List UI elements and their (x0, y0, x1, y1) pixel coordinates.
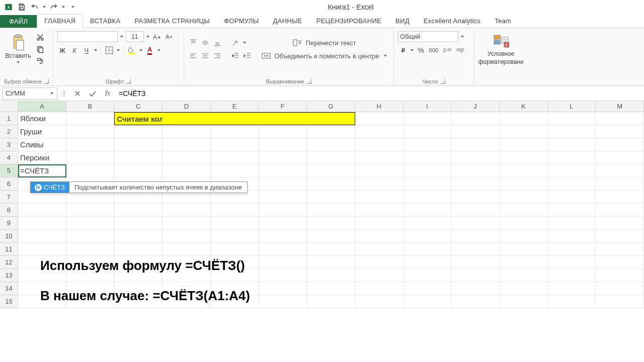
cell-H3[interactable] (355, 138, 404, 151)
clipboard-dialog-launcher[interactable] (44, 79, 49, 84)
cell-F15[interactable] (259, 295, 307, 308)
cell-F6[interactable] (259, 177, 307, 191)
cell-H10[interactable] (355, 230, 404, 243)
cell-H15[interactable] (355, 295, 404, 308)
cell-M9[interactable] (596, 217, 644, 230)
cell-B1[interactable] (66, 112, 115, 125)
cell-K8[interactable] (500, 204, 548, 217)
row-header-6[interactable]: 6 (0, 177, 18, 191)
cell-J12[interactable] (451, 256, 500, 269)
cell-K11[interactable] (500, 243, 548, 256)
cell-D8[interactable] (163, 204, 211, 217)
cell-M8[interactable] (596, 204, 644, 217)
cell-E11[interactable] (211, 243, 259, 256)
cell-G6[interactable] (307, 177, 355, 191)
cell-I12[interactable] (404, 256, 452, 269)
cell-F12[interactable] (259, 256, 307, 269)
increase-indent-icon[interactable] (243, 51, 253, 61)
cell-C10[interactable] (114, 230, 163, 243)
cell-D2[interactable] (163, 125, 211, 138)
cell-K7[interactable] (500, 191, 548, 204)
cell-M12[interactable] (596, 256, 644, 269)
col-header-I[interactable]: I (404, 101, 452, 112)
cell-E4[interactable] (211, 151, 259, 164)
cell-K2[interactable] (500, 125, 548, 138)
cell-J9[interactable] (451, 217, 500, 230)
number-format-combo[interactable] (398, 31, 458, 42)
cell-B4[interactable] (66, 151, 115, 164)
cell-L10[interactable] (548, 230, 596, 243)
col-header-J[interactable]: J (451, 101, 500, 112)
tab-view[interactable]: ВИД (388, 15, 417, 28)
tooltip-function-name[interactable]: fx СЧЁТЗ (30, 182, 69, 193)
align-left-icon[interactable] (188, 51, 198, 61)
italic-button[interactable]: К (69, 45, 79, 55)
cell-I4[interactable] (404, 151, 452, 164)
cell-D4[interactable] (163, 151, 211, 164)
select-all-corner[interactable] (0, 101, 18, 112)
cell-I3[interactable] (404, 138, 452, 151)
row-header-3[interactable]: 3 (0, 138, 18, 151)
cell-L7[interactable] (548, 191, 596, 204)
cell-M11[interactable] (596, 243, 644, 256)
fill-color-icon[interactable] (127, 45, 137, 55)
cell-G3[interactable] (307, 138, 355, 151)
cell-A8[interactable] (18, 204, 66, 217)
cell-L5[interactable] (548, 164, 596, 177)
formula-input[interactable] (116, 87, 642, 100)
cell-F11[interactable] (259, 243, 307, 256)
cell-M5[interactable] (596, 164, 644, 177)
cell-A11[interactable] (18, 243, 66, 256)
cell-G4[interactable] (307, 151, 355, 164)
cell-C3[interactable] (114, 138, 163, 151)
format-painter-icon[interactable] (35, 56, 45, 66)
cut-icon[interactable] (35, 32, 45, 42)
conditional-formatting-button[interactable]: ≠ Условное форматировани (478, 31, 524, 67)
cell-E5[interactable] (211, 164, 259, 177)
cell-A1[interactable]: Яблоки (18, 112, 66, 125)
orientation-icon[interactable] (230, 38, 240, 48)
cell-C1[interactable]: Считаем количество значений в ячейках (114, 112, 163, 125)
redo-dropdown-icon[interactable] (61, 5, 65, 9)
redo-icon[interactable] (48, 2, 59, 13)
cell-K15[interactable] (500, 295, 548, 308)
cell-C8[interactable] (114, 204, 163, 217)
cell-F14[interactable] (259, 282, 307, 295)
cell-A5[interactable]: =СЧЁТЗ (18, 164, 66, 177)
col-header-B[interactable]: B (66, 101, 115, 112)
row-header-8[interactable]: 8 (0, 204, 18, 217)
increase-decimal-icon[interactable]: .0.00 (441, 45, 452, 55)
cell-I9[interactable] (404, 217, 452, 230)
increase-font-icon[interactable]: A▲ (152, 32, 163, 42)
row-header-7[interactable]: 7 (0, 191, 18, 204)
alignment-dialog-launcher[interactable] (306, 79, 311, 84)
cell-K12[interactable] (500, 256, 548, 269)
col-header-H[interactable]: H (355, 101, 404, 112)
cell-C5[interactable] (114, 164, 163, 177)
cell-E3[interactable] (211, 138, 259, 151)
cell-H9[interactable] (355, 217, 404, 230)
cell-L13[interactable] (548, 269, 596, 282)
cell-E8[interactable] (211, 204, 259, 217)
cell-F3[interactable] (259, 138, 307, 151)
align-bottom-icon[interactable] (212, 38, 222, 48)
row-header-10[interactable]: 10 (0, 230, 18, 243)
cell-C11[interactable] (114, 243, 163, 256)
cell-F13[interactable] (259, 269, 307, 282)
cell-K3[interactable] (500, 138, 548, 151)
cell-I11[interactable] (404, 243, 452, 256)
row-header-12[interactable]: 12 (0, 256, 18, 269)
row-header-9[interactable]: 9 (0, 217, 18, 230)
cell-L14[interactable] (548, 282, 596, 295)
cell-M3[interactable] (596, 138, 644, 151)
cell-F8[interactable] (259, 204, 307, 217)
cancel-formula-icon[interactable] (70, 87, 85, 100)
cell-I2[interactable] (404, 125, 452, 138)
wrap-text-button[interactable]: Перенести текст (260, 38, 389, 48)
cell-C2[interactable] (114, 125, 163, 138)
cell-M7[interactable] (596, 191, 644, 204)
cell-J4[interactable] (451, 151, 500, 164)
copy-icon[interactable] (35, 44, 45, 54)
cell-J11[interactable] (451, 243, 500, 256)
cell-E1[interactable] (211, 112, 259, 125)
